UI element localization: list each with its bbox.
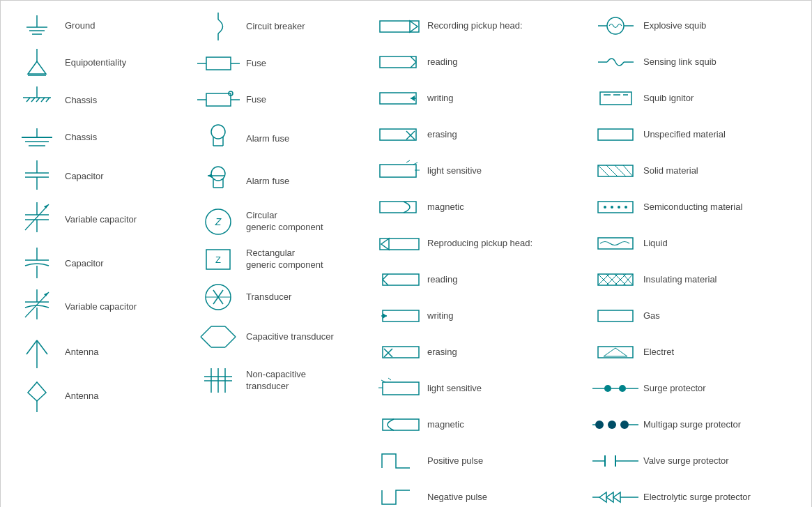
fuse1-label: Fuse [246, 58, 365, 70]
rec-writing-symbol [376, 89, 423, 108]
list-item: writing [376, 301, 581, 331]
repr-erasing-symbol [376, 342, 423, 362]
chassis1-symbol [13, 85, 61, 116]
list-item: Solid material [592, 156, 797, 186]
rec-reading-symbol [376, 52, 423, 72]
explosive-squib-symbol [592, 15, 639, 36]
multigap-surge-label: Multigap surge protector [643, 419, 797, 431]
svg-point-150 [595, 421, 604, 429]
svg-line-84 [411, 62, 416, 68]
svg-line-100 [383, 280, 388, 285]
antenna2-symbol [13, 379, 61, 414]
valve-surge-symbol [592, 451, 639, 471]
list-item: Variable capacitor [13, 201, 183, 239]
list-item: Semiconducting material [592, 192, 797, 222]
column-1: Ground Equipotentiality [8, 8, 189, 507]
svg-rect-48 [206, 93, 231, 106]
list-item: Recording pickup head: [376, 11, 581, 40]
svg-marker-161 [606, 492, 613, 502]
list-item: Multigap surge protector [592, 410, 797, 439]
noncap-transducer-label: Non-capacitive transducer [246, 369, 365, 393]
list-item: light sensitive [376, 156, 581, 186]
rec-magnetic-label: magnetic [427, 202, 581, 213]
list-item: Z Circular generic component [194, 206, 365, 237]
capacitor2-symbol [13, 246, 61, 281]
svg-line-9 [26, 98, 30, 102]
svg-rect-80 [380, 21, 419, 32]
list-item: erasing [376, 338, 581, 367]
solid-mat-symbol [592, 162, 639, 179]
chassis2-label: Chassis [65, 132, 183, 144]
list-item: Fuse [194, 49, 365, 78]
solid-mat-label: Solid material [643, 165, 797, 177]
insulating-mat-symbol [592, 271, 639, 288]
repr-reading-symbol [376, 270, 423, 289]
svg-point-130 [618, 206, 620, 209]
column-2: Circuit breaker Fuse [189, 8, 370, 507]
rec-erasing-label: erasing [427, 129, 581, 141]
svg-line-38 [26, 340, 37, 354]
list-item: Capacitive transducer [194, 319, 365, 354]
neg-pulse-symbol [376, 483, 423, 507]
list-item: Valve surge protector [592, 446, 797, 476]
antenna1-symbol [13, 333, 61, 372]
svg-point-152 [620, 421, 629, 429]
svg-rect-45 [206, 57, 231, 70]
electrolytic-surge-label: Electrolytic surge protector [643, 492, 797, 504]
list-item: Unspecified material [592, 120, 797, 149]
alarm-fuse2-symbol [194, 163, 242, 199]
repr-reading-label: reading [427, 274, 581, 286]
svg-rect-95 [380, 202, 416, 213]
rec-pickup-label: Recording pickup head: [427, 20, 581, 32]
variable-capacitor1-symbol [13, 201, 61, 239]
electret-symbol [592, 344, 639, 361]
noncap-transducer-symbol [194, 361, 242, 400]
circular-generic-label: Circular generic component [246, 210, 365, 234]
svg-text:Z: Z [215, 255, 221, 265]
multigap-surge-symbol [592, 415, 639, 434]
svg-point-148 [619, 385, 626, 392]
list-item: Electrolytic surge protector [592, 483, 797, 507]
svg-line-12 [41, 98, 45, 102]
list-item: Fuse [194, 85, 365, 114]
chassis2-symbol [13, 127, 61, 148]
list-item: Alarm fuse [194, 121, 365, 156]
svg-marker-87 [411, 96, 415, 101]
list-item: Z Rectangular generic component [194, 244, 365, 275]
variable-capacitor2-label: Variable capacitor [65, 301, 183, 313]
gas-symbol [592, 308, 639, 324]
transducer-label: Transducer [246, 292, 365, 303]
alarm-fuse1-label: Alarm fuse [246, 133, 365, 145]
svg-rect-127 [598, 202, 633, 213]
list-item: Negative pulse [376, 483, 581, 507]
svg-marker-97 [381, 239, 389, 250]
svg-line-99 [383, 274, 388, 280]
list-item: Equipotentiality [13, 47, 183, 78]
svg-rect-96 [380, 239, 419, 250]
svg-point-146 [604, 385, 611, 392]
electret-label: Electret [643, 347, 797, 358]
circuit-breaker-label: Circuit breaker [246, 21, 365, 33]
repr-pickup-symbol [376, 233, 423, 254]
list-item: Positive pulse [376, 446, 581, 476]
list-item: Electret [592, 338, 797, 367]
list-item: Reproducing pickup head: [376, 229, 581, 258]
variable-capacitor2-symbol [13, 288, 61, 326]
svg-rect-101 [383, 310, 419, 321]
svg-rect-82 [380, 56, 416, 68]
svg-point-129 [611, 206, 613, 209]
svg-point-151 [608, 421, 616, 429]
valve-surge-label: Valve surge protector [643, 455, 797, 467]
svg-line-11 [36, 98, 40, 102]
capacitor-label: Capacitor [65, 171, 183, 183]
column-3: Recording pickup head: reading [370, 8, 586, 507]
antenna1-label: Antenna [65, 347, 183, 358]
liquid-label: Liquid [643, 238, 797, 250]
svg-line-72 [225, 326, 236, 337]
neg-pulse-label: Negative pulse [427, 492, 581, 504]
list-item: writing [376, 84, 581, 113]
rec-lightsens-symbol [376, 160, 423, 181]
pos-pulse-label: Positive pulse [427, 455, 581, 467]
fuse2-label: Fuse [246, 94, 365, 106]
electrolytic-surge-symbol [592, 487, 639, 507]
